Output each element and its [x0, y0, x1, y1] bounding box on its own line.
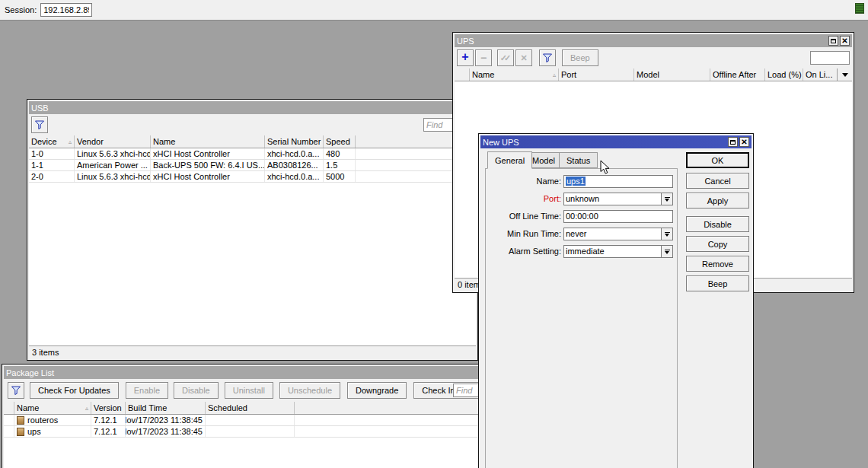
uninstall-button[interactable]: Uninstall [225, 382, 273, 399]
copy-button[interactable]: Copy [686, 236, 749, 252]
ups-col-offline-after[interactable]: Offline After [710, 68, 765, 81]
usb-item-count: 3 items [32, 348, 59, 357]
ups-window-title: UPS [457, 37, 827, 46]
ups-col-port[interactable]: Port [559, 68, 634, 81]
package-cell-build-time: Nov/17/2023 11:38:45 [126, 415, 206, 425]
drop-down-arrow-icon[interactable] [661, 228, 672, 240]
drop-down-arrow-icon[interactable] [661, 193, 672, 205]
add-button[interactable]: + [457, 49, 474, 66]
minus-icon: − [480, 53, 487, 63]
ups-col-name[interactable]: Name [472, 70, 494, 79]
port-select[interactable]: unknown [563, 193, 673, 205]
dialog-title: New UPS [483, 138, 726, 147]
drop-down-arrow-icon[interactable] [661, 246, 672, 257]
table-row[interactable]: 1-1 American Power ... Back-UPS 500 FW: … [29, 160, 476, 171]
package-titlebar[interactable]: Package List ✕ [4, 366, 532, 379]
table-row[interactable]: routeros 7.12.1 Nov/17/2023 11:38:45 [4, 415, 532, 426]
name-input[interactable]: ups1 [563, 175, 673, 188]
offline-time-input[interactable]: 00:00:00 [563, 210, 673, 223]
package-table-header[interactable]: Name▵ Version Build Time Scheduled [4, 402, 532, 415]
usb-toolbar [29, 114, 476, 135]
usb-cell-name: xHCI Host Controller [151, 148, 265, 159]
downgrade-button[interactable]: Downgrade [347, 382, 407, 399]
usb-cell-vendor: Linux 5.6.3 xhci-hcd [75, 171, 151, 182]
usb-cell-device: 1-0 [29, 148, 75, 159]
apply-button[interactable]: Apply [686, 193, 749, 209]
beep-button[interactable]: Beep [686, 275, 749, 291]
table-row[interactable]: 1-0 Linux 5.6.3 xhci-hcd xHCI Host Contr… [29, 148, 476, 160]
tab-status[interactable]: Status [559, 152, 598, 168]
usb-col-vendor[interactable]: Vendor [75, 135, 151, 148]
package-toolbar: Check For Updates Enable Disable Uninsta… [4, 379, 532, 402]
usb-window-title: USB [31, 103, 451, 113]
alarm-setting-select[interactable]: immediate [563, 245, 673, 258]
new-ups-dialog: New UPS ✕ General Model Status Name: ups… [478, 133, 754, 468]
remove-button[interactable]: Remove [686, 256, 749, 272]
table-row[interactable]: ups 7.12.1 Nov/17/2023 11:38:45 [4, 426, 532, 438]
maximize-icon[interactable] [728, 137, 738, 147]
check-for-updates-button[interactable]: Check For Updates [30, 382, 119, 399]
usb-status-bar: 3 items [29, 345, 476, 358]
enable-button[interactable]: ✓✓ [497, 49, 514, 66]
filter-button[interactable] [8, 382, 24, 399]
ups-col-load[interactable]: Load (%) [765, 68, 803, 81]
usb-cell-speed: 480 [324, 148, 356, 159]
close-icon[interactable]: ✕ [739, 137, 749, 147]
package-col-scheduled[interactable]: Scheduled [206, 402, 295, 414]
table-row[interactable]: 2-0 Linux 5.6.3 xhci-hcd xHCI Host Contr… [29, 171, 476, 183]
beep-button[interactable]: Beep [562, 49, 598, 66]
package-col-version[interactable]: Version [91, 402, 126, 414]
usb-col-speed[interactable]: Speed [324, 135, 356, 148]
sort-asc-icon: ▵ [550, 72, 556, 78]
double-check-icon: ✓✓ [500, 53, 511, 63]
unschedule-button[interactable]: Unschedule [279, 382, 340, 399]
package-col-name[interactable]: Name [17, 403, 39, 412]
enable-button[interactable]: Enable [126, 382, 168, 399]
cancel-button[interactable]: Cancel [686, 173, 749, 189]
port-label: Port: [485, 193, 561, 205]
ups-titlebar[interactable]: UPS ✕ [455, 34, 852, 47]
package-list-window: Package List ✕ Check For Updates Enable … [2, 364, 535, 468]
offline-time-field-row: Off Line Time: 00:00:00 [480, 210, 673, 223]
usb-list: 1-0 Linux 5.6.3 xhci-hcd xHCI Host Contr… [29, 148, 476, 345]
ups-table-header[interactable]: Name▵ Port Model Offline After Load (%) … [455, 68, 852, 81]
chevron-down-icon [842, 73, 848, 77]
usb-col-serial[interactable]: Serial Number [265, 135, 324, 148]
ok-button[interactable]: OK [686, 152, 749, 168]
dialog-titlebar[interactable]: New UPS ✕ [480, 135, 752, 148]
maximize-icon[interactable] [828, 36, 838, 46]
funnel-icon [542, 53, 553, 63]
disable-button[interactable]: ✕ [515, 49, 532, 66]
session-input[interactable] [40, 3, 92, 17]
remove-button[interactable]: − [475, 49, 492, 66]
close-icon[interactable]: ✕ [840, 36, 850, 46]
usb-col-name[interactable]: Name [151, 135, 265, 148]
ups-col-model[interactable]: Model [634, 68, 710, 81]
package-box-icon [17, 416, 24, 425]
tab-general[interactable]: General [487, 151, 532, 169]
ups-col-on-line[interactable]: On Li... [803, 68, 837, 81]
usb-window: USB ✕ Device▵ Vendor Name Serial Number … [27, 99, 478, 361]
usb-table-header[interactable]: Device▵ Vendor Name Serial Number Speed [29, 135, 476, 148]
funnel-icon [34, 119, 45, 130]
filter-button[interactable] [31, 116, 48, 133]
usb-col-device[interactable]: Device [31, 137, 57, 146]
usb-cell-vendor: Linux 5.6.3 xhci-hcd [75, 148, 151, 159]
package-list: routeros 7.12.1 Nov/17/2023 11:38:45 ups… [4, 415, 532, 468]
package-cell-name: ups [14, 426, 91, 437]
session-bar: Session: [0, 0, 868, 21]
column-select-button[interactable] [837, 68, 852, 81]
disable-button[interactable]: Disable [686, 216, 749, 232]
package-cell-version: 7.12.1 [91, 426, 126, 437]
funnel-icon [11, 385, 21, 396]
mouse-cursor-icon [600, 160, 610, 177]
traffic-indicator-icon [855, 3, 864, 14]
usb-titlebar[interactable]: USB ✕ [29, 101, 476, 114]
dialog-body: General Model Status Name: ups1 Port: un… [480, 148, 752, 466]
filter-button[interactable] [539, 49, 556, 66]
ups-find-input[interactable] [810, 51, 850, 65]
package-box-icon [17, 428, 24, 436]
package-col-build-time[interactable]: Build Time [126, 402, 206, 414]
disable-button[interactable]: Disable [174, 382, 219, 399]
min-run-time-select[interactable]: never [563, 228, 673, 240]
